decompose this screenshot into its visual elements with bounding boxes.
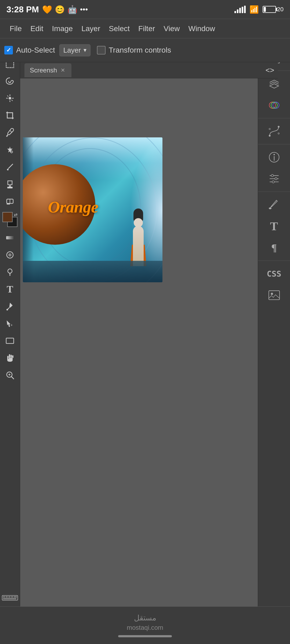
svg-rect-11 xyxy=(7,187,13,188)
figure xyxy=(125,202,152,266)
magic-wand-icon xyxy=(5,93,15,103)
menu-view[interactable]: View xyxy=(159,22,184,35)
menu-edit[interactable]: Edit xyxy=(26,22,48,35)
emoji-1: 🧡 xyxy=(42,5,52,14)
type-icon: T xyxy=(7,284,13,295)
svg-rect-23 xyxy=(6,338,14,343)
divider-5 xyxy=(258,192,290,192)
svg-point-63 xyxy=(272,181,274,183)
wifi-icon: 📶 xyxy=(249,5,259,14)
auto-select-checkbox[interactable]: ✓ xyxy=(4,46,13,54)
svg-point-5 xyxy=(9,97,11,100)
transform-controls-checkbox[interactable] xyxy=(97,46,106,54)
paragraph-panel-button[interactable]: ¶ xyxy=(262,237,286,258)
svg-point-17 xyxy=(8,253,12,257)
stamp-icon xyxy=(5,179,15,189)
path-select-tool[interactable]: + xyxy=(2,316,18,332)
keyboard-icon xyxy=(2,595,18,601)
lasso-tool[interactable] xyxy=(2,73,18,89)
keyboard-shortcut-bar[interactable] xyxy=(2,595,18,602)
menu-filter[interactable]: Filter xyxy=(134,22,159,35)
stamp-tool[interactable] xyxy=(2,176,18,192)
gradient-tool[interactable] xyxy=(2,230,18,246)
image-panel-button[interactable] xyxy=(262,284,286,306)
path-select-icon: + xyxy=(5,319,15,328)
brush-tool[interactable] xyxy=(2,159,18,175)
hand-tool[interactable] xyxy=(2,350,18,366)
svg-rect-38 xyxy=(3,598,16,599)
figure-body xyxy=(133,226,144,266)
svg-point-61 xyxy=(271,174,273,177)
svg-point-18 xyxy=(8,269,12,273)
adjustments-panel-button[interactable] xyxy=(262,168,286,189)
foreground-color-swatch[interactable] xyxy=(2,212,13,222)
emoji-3: 🤖 xyxy=(67,5,77,14)
character-panel-button[interactable]: T xyxy=(262,215,286,237)
eyedropper-icon xyxy=(5,128,15,137)
eraser-tool[interactable] xyxy=(2,193,18,209)
eraser-icon xyxy=(5,196,15,206)
color-swatches[interactable]: ⇄ xyxy=(2,212,17,227)
brush-icon xyxy=(5,162,15,172)
battery-percent: 20 xyxy=(277,6,284,13)
info-panel-button[interactable] xyxy=(262,147,286,168)
tab-close-button[interactable]: × xyxy=(60,66,66,74)
zoom-icon xyxy=(5,370,15,380)
svg-rect-65 xyxy=(269,291,280,299)
crop-icon xyxy=(5,111,15,120)
svg-rect-35 xyxy=(8,596,10,598)
svg-rect-32 xyxy=(2,595,18,600)
tab-screenshot[interactable]: Screensh × xyxy=(24,63,71,77)
swap-colors-icon[interactable]: ⇄ xyxy=(14,212,17,217)
artwork-text: Orange xyxy=(48,197,98,217)
menu-layer[interactable]: Layer xyxy=(77,22,104,35)
paths-panel-button[interactable] xyxy=(262,120,286,142)
menu-window[interactable]: Window xyxy=(184,22,220,35)
menu-image[interactable]: Image xyxy=(48,22,77,35)
canvas-area[interactable]: Orange xyxy=(20,78,258,606)
home-indicator[interactable] xyxy=(118,635,172,637)
magic-wand-tool[interactable] xyxy=(2,90,18,106)
eyedropper-tool[interactable] xyxy=(2,125,18,141)
signal-bar-5 xyxy=(244,6,246,13)
menu-bar: File Edit Image Layer Select Filter View… xyxy=(0,19,290,38)
svg-rect-26 xyxy=(12,355,13,358)
battery-fill xyxy=(264,7,266,12)
layer-dropdown[interactable]: Layer ▾ xyxy=(59,44,90,56)
blur-tool[interactable] xyxy=(2,247,18,263)
svg-line-7 xyxy=(12,100,13,101)
menu-file[interactable]: File xyxy=(5,22,26,35)
menu-select[interactable]: Select xyxy=(104,22,134,35)
right-panel: T ¶ CSS xyxy=(258,19,290,606)
svg-rect-33 xyxy=(3,596,5,598)
tab-bar: Screensh × <> xyxy=(20,62,278,78)
svg-rect-37 xyxy=(14,596,17,598)
svg-point-62 xyxy=(275,178,277,180)
bottom-bar: مستقل mostaqi.com xyxy=(0,606,290,644)
tab-expand-button[interactable]: <> xyxy=(262,62,278,78)
svg-rect-24 xyxy=(9,354,10,358)
rectangle-tool[interactable] xyxy=(2,333,18,349)
svg-rect-14 xyxy=(7,203,10,204)
pen-tool[interactable] xyxy=(2,298,18,314)
brush-settings-button[interactable] xyxy=(262,194,286,215)
svg-point-52 xyxy=(278,126,280,128)
left-toolbar: + xyxy=(0,19,20,606)
css-panel-button[interactable]: CSS xyxy=(262,263,286,284)
divider-6 xyxy=(258,261,290,261)
healing-tool[interactable] xyxy=(2,142,18,158)
options-toolbar: ✓ Auto-Select Layer ▾ Transform controls xyxy=(0,38,290,62)
auto-select-label: Auto-Select xyxy=(16,46,55,54)
bezier-icon xyxy=(267,125,281,138)
dodge-tool[interactable] xyxy=(2,264,18,280)
healing-icon xyxy=(5,145,15,155)
svg-line-29 xyxy=(11,376,14,379)
layer-dropdown-text: Layer xyxy=(63,46,81,54)
channels-icon xyxy=(267,98,281,112)
type-tool[interactable]: T xyxy=(2,281,18,297)
battery-icon xyxy=(263,6,276,13)
crop-tool[interactable] xyxy=(2,107,18,123)
channels-panel-button[interactable] xyxy=(262,94,286,116)
svg-point-64 xyxy=(269,207,271,209)
zoom-tool[interactable] xyxy=(2,367,18,383)
